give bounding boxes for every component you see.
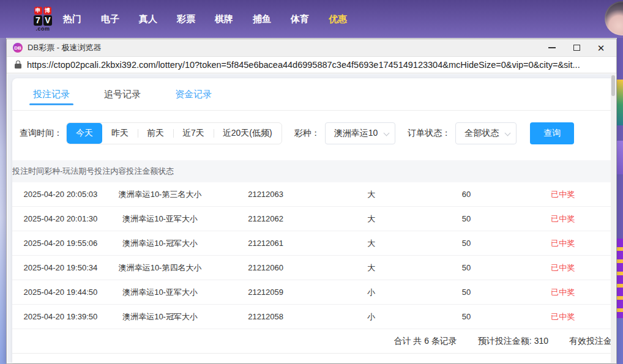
screen: 申 博 7 V .com 热门 电子 真人 彩票 棋牌 捕鱼 (0, 0, 623, 364)
cell-status: 已中奖 (510, 189, 616, 200)
cell-bet-time: 2025-04-20 19:50:34 (12, 263, 109, 272)
table-header-cell: 期号 (78, 166, 94, 177)
cell-bet-content: 小 (320, 311, 423, 322)
background-banner-fragment (617, 318, 623, 364)
cell-lottery-play: 澳洲幸运10-第四名大小 (109, 262, 212, 273)
cell-bet-content: 大 (320, 189, 423, 200)
cell-bet-time: 2025-04-20 19:55:06 (12, 239, 109, 248)
background-banner-fragment (617, 239, 623, 318)
order-status-select[interactable]: 全部状态 (455, 122, 517, 144)
cell-bet-content: 小 (320, 287, 423, 298)
logo-badge-left: 申 (34, 7, 42, 15)
filter-bar: 查询时间： 今天 昨天 前天 近7天 近20天(低频) (12, 111, 616, 160)
order-status-value: 全部状态 (464, 128, 499, 139)
logo-badges: 申 博 (34, 7, 51, 15)
nav-item[interactable]: 优惠 (329, 13, 347, 25)
scrollbar[interactable] (611, 74, 616, 363)
address-bar[interactable]: https://ctop02pcali.2kbxi392.com/lottery… (7, 57, 616, 73)
table-row: 2025-04-20 20:01:30 澳洲幸运10-亚军大小 21212062… (12, 207, 616, 231)
chevron-down-icon (505, 130, 511, 136)
cell-issue-number: 21212058 (211, 312, 319, 321)
close-button[interactable]: ✕ (597, 43, 605, 52)
window-controls: ✕ (548, 43, 610, 52)
scrollbar-thumb[interactable] (611, 75, 615, 96)
time-range-option[interactable]: 前天 (138, 123, 173, 144)
search-button[interactable]: 查询 (530, 122, 574, 144)
cell-status: 已中奖 (510, 311, 616, 322)
table-body: 2025-04-20 20:05:03 澳洲幸运10-第三名大小 2121206… (12, 182, 616, 329)
cell-bet-content: 大 (320, 238, 423, 249)
summary-total: 合计 共 6 条记录 (394, 336, 457, 347)
cell-issue-number: 21212062 (211, 214, 319, 223)
cell-bet-time: 2025-04-20 20:05:03 (12, 190, 109, 199)
cell-issue-number: 21212063 (211, 190, 319, 199)
url-text[interactable]: https://ctop02pcali.2kbxi392.com/lottery… (27, 60, 580, 70)
browser-titlebar: DB DB彩票 - 极速浏览器 ✕ (7, 39, 616, 57)
table-header-cell: 状态 (158, 166, 174, 177)
table-row: 2025-04-20 19:39:50 澳洲幸运10-冠军大小 21212058… (12, 305, 616, 329)
chevron-down-icon (384, 130, 390, 136)
summary-row: 合计 共 6 条记录 预计投注金额: 310 有效投注金额 (12, 329, 616, 354)
cell-lottery-play: 澳洲幸运10-亚军大小 (109, 287, 212, 298)
nav-item[interactable]: 电子 (101, 13, 119, 25)
cell-status: 已中奖 (510, 238, 616, 249)
cell-bet-amount: 50 (422, 312, 510, 321)
cell-status: 已中奖 (510, 214, 616, 225)
lottery-select[interactable]: 澳洲幸运10 (325, 122, 396, 144)
lock-icon (15, 64, 21, 69)
logo-char-v: V (43, 15, 52, 26)
time-range-segment: 今天 昨天 前天 近7天 近20天(低频) (66, 122, 282, 144)
cell-lottery-play: 澳洲幸运10-冠军大小 (109, 238, 212, 249)
cell-issue-number: 21212059 (211, 288, 319, 297)
cell-issue-number: 21212060 (211, 263, 319, 272)
minimize-button[interactable] (548, 43, 556, 52)
nav-item[interactable]: 捕鱼 (253, 13, 271, 25)
tab-item[interactable]: 追号记录 (104, 89, 141, 100)
cell-bet-amount: 50 (422, 288, 510, 297)
nav-item[interactable]: 真人 (139, 13, 157, 25)
nav-item[interactable]: 彩票 (177, 13, 195, 25)
time-range-option[interactable]: 今天 (67, 123, 102, 144)
cell-bet-content: 大 (320, 214, 423, 225)
table-header-cell: 投注金额 (126, 166, 158, 177)
time-filter-label: 查询时间： (20, 128, 62, 139)
tab-item[interactable]: 投注记录 (33, 89, 70, 100)
cell-bet-content: 大 (320, 262, 423, 273)
nav-item[interactable]: 棋牌 (215, 13, 233, 25)
summary-expected-amount: 预计投注金额: 310 (478, 336, 548, 347)
time-range-option[interactable]: 近20天(低频) (214, 123, 282, 144)
records-card: 投注记录 追号记录 资金记录 查询时间： 今天 昨天 (12, 78, 616, 363)
site-header: 申 博 7 V .com 热门 电子 真人 彩票 棋牌 捕鱼 (0, 0, 623, 38)
window-title: DB彩票 - 极速浏览器 (28, 42, 102, 53)
cell-bet-time: 2025-04-20 20:01:30 (12, 214, 109, 223)
background-banner-fragment (617, 141, 623, 174)
cell-lottery-play: 澳洲幸运10-第三名大小 (109, 189, 212, 200)
site-logo[interactable]: 申 博 7 V .com (34, 7, 52, 32)
table-row: 2025-04-20 20:05:03 澳洲幸运10-第三名大小 2121206… (12, 182, 616, 207)
background-banner-fragment (617, 80, 623, 125)
maximize-icon (573, 45, 580, 51)
cell-bet-amount: 50 (422, 263, 510, 272)
minimize-icon (548, 47, 556, 48)
maximize-button[interactable] (572, 43, 581, 52)
time-range-option[interactable]: 昨天 (102, 123, 138, 144)
table-header-cell: 彩种-玩法 (44, 166, 78, 177)
user-avatar[interactable] (605, 1, 623, 35)
table-header-cell: 投注时间 (12, 166, 44, 177)
logo-badge-right: 博 (43, 7, 51, 15)
cell-status: 已中奖 (510, 262, 616, 273)
nav-item[interactable]: 热门 (63, 13, 81, 25)
main-nav: 热门 电子 真人 彩票 棋牌 捕鱼 体育 优惠 (63, 13, 347, 25)
cell-issue-number: 21212061 (211, 239, 319, 248)
record-tabs: 投注记录 追号记录 资金记录 (12, 78, 616, 111)
lottery-select-label: 彩种： (294, 128, 320, 139)
cell-bet-time: 2025-04-20 19:44:50 (12, 288, 109, 297)
cell-lottery-play: 澳洲幸运10-冠军大小 (109, 311, 212, 322)
cell-bet-amount: 60 (422, 190, 510, 199)
background-page-left-strip (0, 38, 6, 364)
nav-item[interactable]: 体育 (291, 13, 309, 25)
time-range-option[interactable]: 近7天 (173, 123, 214, 144)
logo-char-7: 7 (34, 15, 42, 26)
order-status-label: 订单状态： (408, 128, 450, 139)
tab-item[interactable]: 资金记录 (175, 89, 212, 100)
